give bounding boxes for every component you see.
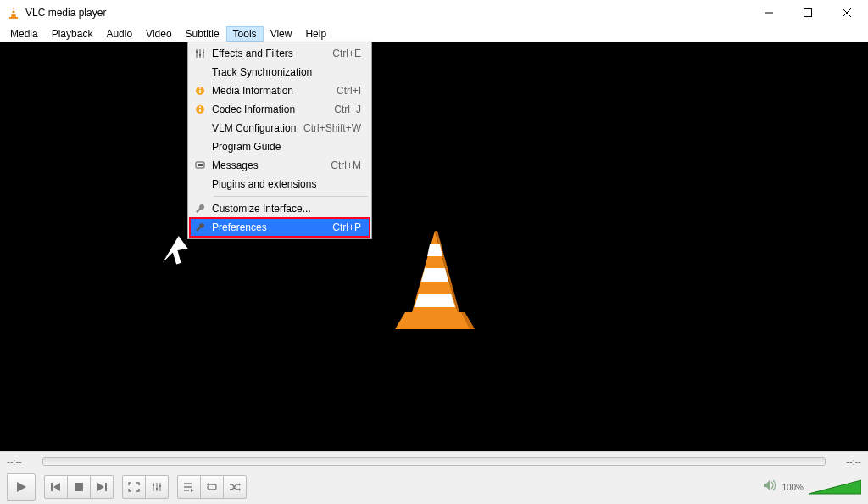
- svg-rect-1: [12, 9, 15, 11]
- menu-item-label: Effects and Filters: [210, 48, 332, 59]
- menu-tools[interactable]: Tools: [226, 26, 264, 42]
- message-icon: [190, 160, 210, 171]
- menu-preferences[interactable]: Preferences Ctrl+P: [190, 218, 370, 237]
- menu-item-shortcut: Ctrl+E: [332, 48, 366, 59]
- menu-effects-filters[interactable]: Effects and Filters Ctrl+E: [190, 44, 370, 63]
- stop-button[interactable]: [67, 475, 91, 499]
- menu-item-label: Media Information: [210, 85, 337, 97]
- svg-rect-28: [196, 162, 204, 168]
- fullscreen-button[interactable]: [122, 475, 146, 499]
- seek-bar-row: --:-- --:--: [0, 451, 868, 470]
- svg-marker-33: [53, 483, 60, 491]
- svg-rect-42: [159, 485, 161, 487]
- menu-item-shortcut: Ctrl+Shift+W: [303, 122, 366, 134]
- titlebar: VLC media player: [0, 0, 868, 25]
- menu-item-label: Preferences: [210, 221, 332, 233]
- menu-item-shortcut: Ctrl+M: [331, 160, 366, 171]
- speaker-icon[interactable]: [763, 479, 776, 495]
- loop-button[interactable]: [200, 475, 224, 499]
- volume-slider[interactable]: [809, 479, 861, 496]
- menu-item-shortcut: Ctrl+P: [332, 221, 366, 233]
- extended-settings-button[interactable]: [145, 475, 169, 499]
- menu-media[interactable]: Media: [3, 26, 45, 42]
- elapsed-time: --:--: [7, 456, 36, 467]
- svg-rect-36: [105, 483, 107, 491]
- menubar: Media Playback Audio Video Subtitle Tool…: [0, 25, 868, 42]
- menu-audio[interactable]: Audio: [99, 26, 139, 42]
- svg-rect-41: [156, 488, 158, 490]
- video-area: [0, 42, 868, 451]
- menu-track-sync[interactable]: Track Synchronization: [190, 63, 370, 81]
- svg-rect-3: [9, 17, 18, 19]
- menu-item-shortcut: Ctrl+J: [334, 104, 366, 115]
- svg-rect-19: [196, 51, 198, 53]
- svg-rect-40: [153, 484, 154, 486]
- svg-marker-49: [239, 488, 241, 491]
- wrench-icon: [190, 204, 210, 214]
- playback-controls: 100%: [0, 470, 868, 504]
- svg-point-24: [199, 87, 201, 89]
- svg-marker-11: [421, 268, 448, 282]
- menu-plugins[interactable]: Plugins and extensions: [190, 175, 370, 193]
- menu-separator: [214, 196, 368, 197]
- tools-dropdown: Effects and Filters Ctrl+E Track Synchro…: [187, 42, 372, 239]
- menu-codec-info[interactable]: Codec Information Ctrl+J: [190, 100, 370, 119]
- volume-percent: 100%: [782, 483, 804, 492]
- menu-video[interactable]: Video: [139, 26, 178, 42]
- menu-item-label: Codec Information: [210, 104, 334, 115]
- svg-marker-47: [207, 483, 209, 486]
- svg-marker-35: [97, 483, 104, 491]
- svg-marker-50: [764, 480, 770, 490]
- menu-vlm-config[interactable]: VLM Configuration Ctrl+Shift+W: [190, 119, 370, 137]
- play-button[interactable]: [7, 473, 36, 501]
- next-button[interactable]: [90, 475, 114, 499]
- svg-marker-46: [191, 489, 194, 492]
- menu-item-label: Messages: [210, 160, 331, 171]
- close-button[interactable]: [827, 0, 866, 25]
- menu-program-guide[interactable]: Program Guide: [190, 137, 370, 156]
- svg-rect-20: [199, 54, 201, 56]
- menu-customize-interface[interactable]: Customize Interface...: [190, 199, 370, 218]
- svg-marker-12: [415, 294, 455, 307]
- sliders-icon: [190, 48, 210, 59]
- svg-rect-34: [75, 483, 83, 491]
- playlist-button[interactable]: [177, 475, 201, 499]
- svg-marker-31: [17, 482, 26, 492]
- menu-item-shortcut: Ctrl+I: [337, 85, 366, 97]
- vlc-cone-icon: [7, 6, 20, 20]
- window-title: VLC media player: [25, 7, 106, 19]
- svg-rect-23: [199, 90, 201, 93]
- menu-item-label: Track Synchronization: [210, 66, 361, 78]
- window-controls: [749, 0, 866, 25]
- info-icon: [190, 86, 210, 96]
- menu-subtitle[interactable]: Subtitle: [179, 26, 226, 42]
- remaining-time: --:--: [832, 456, 861, 467]
- shuffle-button[interactable]: [223, 475, 247, 499]
- menu-media-info[interactable]: Media Information Ctrl+I: [190, 81, 370, 100]
- menu-item-label: Customize Interface...: [210, 203, 361, 215]
- svg-rect-32: [51, 483, 53, 491]
- minimize-button[interactable]: [749, 0, 788, 25]
- svg-marker-15: [161, 233, 190, 269]
- menu-item-label: Program Guide: [210, 141, 361, 153]
- svg-rect-21: [203, 52, 204, 53]
- maximize-button[interactable]: [788, 0, 827, 25]
- svg-rect-5: [804, 9, 812, 17]
- svg-marker-0: [11, 7, 16, 17]
- wrench-icon: [190, 222, 210, 232]
- svg-marker-10: [427, 244, 442, 256]
- svg-rect-2: [11, 13, 15, 14]
- seek-slider[interactable]: [42, 457, 826, 466]
- svg-marker-51: [809, 480, 861, 494]
- menu-item-label: VLM Configuration: [210, 122, 303, 134]
- menu-messages[interactable]: Messages Ctrl+M: [190, 156, 370, 175]
- mouse-cursor-icon: [161, 233, 190, 269]
- svg-rect-26: [199, 109, 201, 112]
- volume-control: 100%: [763, 479, 861, 496]
- menu-view[interactable]: View: [264, 26, 299, 42]
- menu-help[interactable]: Help: [298, 26, 333, 42]
- menu-item-label: Plugins and extensions: [210, 178, 361, 190]
- vlc-logo: [388, 226, 481, 336]
- previous-button[interactable]: [44, 475, 68, 499]
- menu-playback[interactable]: Playback: [45, 26, 100, 42]
